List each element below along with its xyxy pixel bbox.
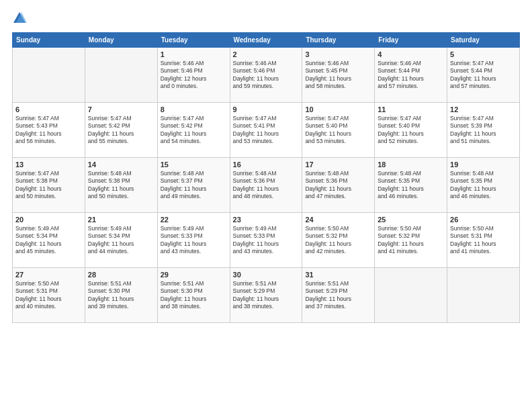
day-number: 9 (233, 105, 300, 113)
calendar-cell: 10Sunrise: 5:47 AMSunset: 5:40 PMDayligh… (302, 103, 375, 158)
day-info: Sunrise: 5:51 AMSunset: 5:29 PMDaylight:… (233, 280, 300, 311)
day-number: 31 (305, 271, 371, 279)
calendar-cell: 25Sunrise: 5:50 AMSunset: 5:32 PMDayligh… (375, 213, 447, 268)
day-number: 11 (378, 105, 444, 113)
day-number: 5 (450, 50, 517, 58)
day-number: 13 (15, 161, 82, 169)
weekday-header-row: SundayMondayTuesdayWednesdayThursdayFrid… (13, 33, 520, 48)
calendar-cell: 21Sunrise: 5:49 AMSunset: 5:34 PMDayligh… (85, 213, 157, 268)
calendar-cell: 29Sunrise: 5:51 AMSunset: 5:30 PMDayligh… (157, 268, 230, 323)
weekday-wednesday: Wednesday (230, 33, 302, 48)
day-info: Sunrise: 5:48 AMSunset: 5:36 PMDaylight:… (305, 170, 371, 201)
day-info: Sunrise: 5:49 AMSunset: 5:33 PMDaylight:… (161, 225, 227, 256)
calendar-cell: 2Sunrise: 5:46 AMSunset: 5:46 PMDaylight… (230, 48, 302, 103)
calendar-cell: 31Sunrise: 5:51 AMSunset: 5:29 PMDayligh… (302, 268, 375, 323)
day-info: Sunrise: 5:49 AMSunset: 5:33 PMDaylight:… (233, 225, 300, 256)
day-number: 30 (233, 271, 300, 279)
day-info: Sunrise: 5:51 AMSunset: 5:30 PMDaylight:… (161, 280, 227, 311)
calendar-cell: 3Sunrise: 5:46 AMSunset: 5:45 PMDaylight… (302, 48, 375, 103)
logo (12, 12, 30, 26)
day-number: 25 (378, 216, 444, 224)
day-info: Sunrise: 5:48 AMSunset: 5:35 PMDaylight:… (450, 170, 517, 201)
day-number: 16 (233, 161, 300, 169)
calendar-week-4: 20Sunrise: 5:49 AMSunset: 5:34 PMDayligh… (13, 213, 520, 268)
calendar-cell: 20Sunrise: 5:49 AMSunset: 5:34 PMDayligh… (13, 213, 85, 268)
day-number: 2 (233, 50, 300, 58)
day-info: Sunrise: 5:46 AMSunset: 5:44 PMDaylight:… (378, 60, 444, 91)
day-number: 14 (88, 161, 154, 169)
calendar-cell: 9Sunrise: 5:47 AMSunset: 5:41 PMDaylight… (230, 103, 302, 158)
calendar-cell: 8Sunrise: 5:47 AMSunset: 5:42 PMDaylight… (157, 103, 230, 158)
day-info: Sunrise: 5:46 AMSunset: 5:46 PMDaylight:… (161, 60, 227, 91)
header (12, 12, 520, 26)
day-number: 10 (305, 105, 371, 113)
day-info: Sunrise: 5:50 AMSunset: 5:31 PMDaylight:… (15, 280, 82, 311)
day-info: Sunrise: 5:50 AMSunset: 5:32 PMDaylight:… (305, 225, 371, 256)
calendar-cell: 27Sunrise: 5:50 AMSunset: 5:31 PMDayligh… (13, 268, 85, 323)
day-number: 28 (88, 271, 154, 279)
day-number: 19 (450, 161, 517, 169)
day-info: Sunrise: 5:51 AMSunset: 5:30 PMDaylight:… (88, 280, 154, 311)
calendar-cell: 18Sunrise: 5:48 AMSunset: 5:35 PMDayligh… (375, 158, 447, 213)
day-info: Sunrise: 5:47 AMSunset: 5:42 PMDaylight:… (161, 115, 227, 146)
calendar-week-5: 27Sunrise: 5:50 AMSunset: 5:31 PMDayligh… (13, 268, 520, 323)
day-info: Sunrise: 5:48 AMSunset: 5:36 PMDaylight:… (233, 170, 300, 201)
day-info: Sunrise: 5:46 AMSunset: 5:46 PMDaylight:… (233, 60, 300, 91)
day-number: 6 (15, 105, 82, 113)
day-number: 26 (450, 216, 517, 224)
calendar-cell: 12Sunrise: 5:47 AMSunset: 5:39 PMDayligh… (447, 103, 520, 158)
weekday-saturday: Saturday (447, 33, 520, 48)
day-info: Sunrise: 5:47 AMSunset: 5:40 PMDaylight:… (305, 115, 371, 146)
calendar-cell: 13Sunrise: 5:47 AMSunset: 5:38 PMDayligh… (13, 158, 85, 213)
logo-icon (12, 11, 27, 26)
day-info: Sunrise: 5:47 AMSunset: 5:44 PMDaylight:… (450, 60, 517, 91)
day-info: Sunrise: 5:49 AMSunset: 5:34 PMDaylight:… (15, 225, 82, 256)
day-number: 21 (88, 216, 154, 224)
calendar-cell: 6Sunrise: 5:47 AMSunset: 5:43 PMDaylight… (13, 103, 85, 158)
day-info: Sunrise: 5:50 AMSunset: 5:32 PMDaylight:… (378, 225, 444, 256)
calendar-cell: 23Sunrise: 5:49 AMSunset: 5:33 PMDayligh… (230, 213, 302, 268)
day-number: 15 (161, 161, 227, 169)
weekday-tuesday: Tuesday (157, 33, 230, 48)
weekday-thursday: Thursday (302, 33, 375, 48)
calendar-cell (375, 268, 447, 323)
day-number: 24 (305, 216, 371, 224)
day-info: Sunrise: 5:47 AMSunset: 5:38 PMDaylight:… (15, 170, 82, 201)
day-number: 29 (161, 271, 227, 279)
calendar-cell: 19Sunrise: 5:48 AMSunset: 5:35 PMDayligh… (447, 158, 520, 213)
day-info: Sunrise: 5:49 AMSunset: 5:34 PMDaylight:… (88, 225, 154, 256)
calendar-cell (447, 268, 520, 323)
calendar-week-1: 1Sunrise: 5:46 AMSunset: 5:46 PMDaylight… (13, 48, 520, 103)
day-info: Sunrise: 5:50 AMSunset: 5:31 PMDaylight:… (450, 225, 517, 256)
calendar-cell: 7Sunrise: 5:47 AMSunset: 5:42 PMDaylight… (85, 103, 157, 158)
calendar-week-2: 6Sunrise: 5:47 AMSunset: 5:43 PMDaylight… (13, 103, 520, 158)
calendar-cell: 15Sunrise: 5:48 AMSunset: 5:37 PMDayligh… (157, 158, 230, 213)
day-info: Sunrise: 5:47 AMSunset: 5:43 PMDaylight:… (15, 115, 82, 146)
day-number: 3 (305, 50, 371, 58)
calendar-cell: 16Sunrise: 5:48 AMSunset: 5:36 PMDayligh… (230, 158, 302, 213)
day-number: 27 (15, 271, 82, 279)
day-info: Sunrise: 5:47 AMSunset: 5:41 PMDaylight:… (233, 115, 300, 146)
calendar-cell: 1Sunrise: 5:46 AMSunset: 5:46 PMDaylight… (157, 48, 230, 103)
weekday-sunday: Sunday (13, 33, 85, 48)
day-number: 22 (161, 216, 227, 224)
calendar-cell: 26Sunrise: 5:50 AMSunset: 5:31 PMDayligh… (447, 213, 520, 268)
day-info: Sunrise: 5:48 AMSunset: 5:38 PMDaylight:… (88, 170, 154, 201)
calendar-cell: 30Sunrise: 5:51 AMSunset: 5:29 PMDayligh… (230, 268, 302, 323)
calendar-cell: 17Sunrise: 5:48 AMSunset: 5:36 PMDayligh… (302, 158, 375, 213)
day-number: 12 (450, 105, 517, 113)
day-info: Sunrise: 5:48 AMSunset: 5:35 PMDaylight:… (378, 170, 444, 201)
day-number: 7 (88, 105, 154, 113)
calendar-cell (85, 48, 157, 103)
day-number: 4 (378, 50, 444, 58)
day-number: 8 (161, 105, 227, 113)
day-info: Sunrise: 5:51 AMSunset: 5:29 PMDaylight:… (305, 280, 371, 311)
day-info: Sunrise: 5:47 AMSunset: 5:39 PMDaylight:… (450, 115, 517, 146)
day-number: 17 (305, 161, 371, 169)
day-info: Sunrise: 5:47 AMSunset: 5:42 PMDaylight:… (88, 115, 154, 146)
calendar-cell: 24Sunrise: 5:50 AMSunset: 5:32 PMDayligh… (302, 213, 375, 268)
day-info: Sunrise: 5:46 AMSunset: 5:45 PMDaylight:… (305, 60, 371, 91)
calendar-cell: 11Sunrise: 5:47 AMSunset: 5:40 PMDayligh… (375, 103, 447, 158)
day-number: 18 (378, 161, 444, 169)
day-info: Sunrise: 5:48 AMSunset: 5:37 PMDaylight:… (161, 170, 227, 201)
